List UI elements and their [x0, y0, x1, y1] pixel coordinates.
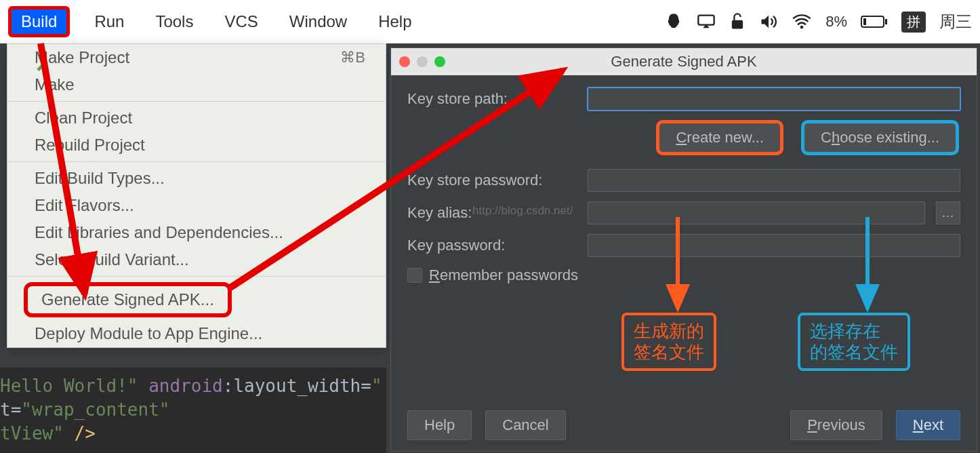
menu-separator [7, 276, 386, 277]
mac-menubar: Build Run Tools VCS Window Help 8% 拼 周三 [0, 0, 980, 43]
build-menu-dropdown: Make Project ⌘B Make Clean Project Rebui… [7, 43, 386, 348]
key-alias-browse-button[interactable]: ... [936, 201, 960, 224]
volume-icon[interactable] [759, 14, 778, 30]
ime-indicator[interactable]: 拼 [901, 12, 926, 33]
next-button[interactable]: Next [896, 410, 960, 440]
annotation-choose-existing: 选择存在的签名文件 [798, 313, 910, 371]
menu-item-generate-signed-apk[interactable]: Generate Signed APK... [24, 282, 232, 317]
menu-item-rebuild[interactable]: Rebuild Project [7, 132, 386, 159]
airplay-icon[interactable] [697, 14, 716, 30]
keystore-password-input[interactable] [588, 169, 960, 192]
svg-rect-0 [699, 16, 714, 25]
menu-vcs[interactable]: VCS [218, 8, 264, 35]
key-password-input[interactable] [588, 234, 960, 257]
choose-existing-button[interactable]: Choose existing... [801, 120, 959, 155]
menu-tools[interactable]: Tools [148, 8, 200, 35]
hammer-icon [35, 56, 49, 75]
menu-item-select-variant[interactable]: Select Build Variant... [7, 246, 386, 273]
shortcut-label: ⌘B [340, 49, 365, 66]
dialog-titlebar[interactable]: Generate Signed APK [391, 48, 977, 75]
menu-item-edit-libraries[interactable]: Edit Libraries and Dependencies... [7, 219, 386, 246]
menu-help[interactable]: Help [371, 8, 418, 35]
dialog-title: Generate Signed APK [611, 53, 756, 71]
code-editor-fragment: Hello World!" android:layout_width=" t="… [0, 368, 386, 453]
menu-item-make[interactable]: Make [7, 71, 386, 98]
create-new-button[interactable]: Create new... [656, 120, 783, 155]
menu-item-edit-build-types[interactable]: Edit Build Types... [7, 165, 386, 192]
lock-open-icon[interactable] [729, 12, 746, 31]
menu-run[interactable]: Run [87, 8, 131, 35]
help-button[interactable]: Help [407, 410, 472, 440]
battery-icon[interactable] [861, 15, 888, 28]
menu-item-make-project[interactable]: Make Project ⌘B [7, 44, 386, 71]
day-label: 周三 [939, 11, 972, 33]
menu-item-edit-flavors[interactable]: Edit Flavors... [7, 192, 386, 219]
previous-button[interactable]: Previous [790, 410, 882, 440]
generate-signed-apk-dialog: Generate Signed APK Key store path: Crea… [390, 47, 977, 452]
key-password-label: Key password: [407, 237, 577, 254]
svg-rect-4 [885, 19, 887, 24]
keystore-password-label: Key store password: [407, 172, 577, 189]
watermark: http://blog.csdn.net/ [472, 204, 573, 218]
annotation-create-new: 生成新的签名文件 [621, 313, 716, 371]
menu-item-clean[interactable]: Clean Project [7, 104, 386, 132]
wifi-icon[interactable] [792, 14, 812, 30]
menu-window[interactable]: Window [283, 8, 354, 35]
battery-percentage: 8% [825, 13, 847, 31]
menu-build[interactable]: Build [8, 6, 70, 37]
keystore-path-input[interactable] [588, 87, 960, 111]
svg-rect-1 [732, 20, 743, 29]
remember-passwords-label: Remember passwords [429, 267, 578, 284]
window-close-button[interactable] [399, 56, 410, 67]
keystore-path-label: Key store path: [407, 90, 577, 108]
menu-separator [7, 161, 386, 162]
remember-passwords-checkbox[interactable] [407, 268, 422, 283]
menu-separator [7, 101, 386, 102]
menu-item-deploy-app-engine[interactable]: Deploy Module to App Engine... [7, 320, 386, 347]
svg-rect-5 [863, 18, 866, 25]
svg-point-2 [800, 26, 804, 29]
cancel-button[interactable]: Cancel [485, 410, 565, 440]
qq-icon[interactable] [664, 12, 683, 31]
window-maximize-button[interactable] [434, 56, 445, 67]
window-minimize-button[interactable] [417, 56, 428, 67]
key-alias-input[interactable] [588, 201, 925, 224]
